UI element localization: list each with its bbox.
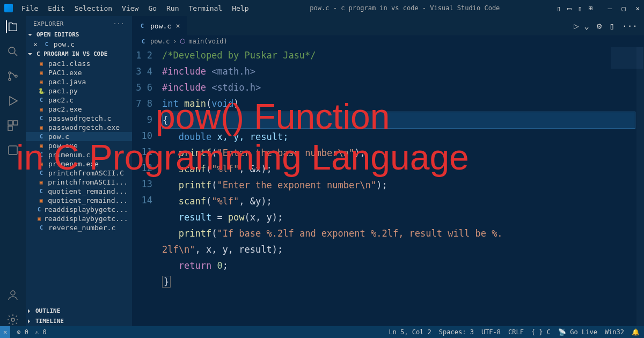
c-file-icon: C [38, 133, 45, 141]
source-control-icon[interactable] [6, 70, 19, 83]
close-tab-icon[interactable]: × [175, 21, 180, 30]
svg-rect-7 [9, 146, 17, 155]
file-item[interactable]: Cpow.c [26, 132, 132, 141]
file-item[interactable]: Cpasswodrgetch.c [26, 114, 132, 123]
file-item[interactable]: ▣pac1.class [26, 59, 132, 68]
notifications-icon[interactable]: 🔔 [632, 328, 640, 336]
svg-point-0 [9, 47, 15, 54]
run-icon[interactable]: ▷ ⌄ [574, 21, 589, 31]
remote-indicator[interactable]: ✕ [0, 326, 10, 338]
timeline-section[interactable]: TIMELINE [26, 316, 132, 326]
menu-selection[interactable]: Selection [70, 4, 116, 12]
file-item[interactable]: ▣pow.exe [26, 141, 132, 150]
warning-count[interactable]: ⚠ 0 [35, 328, 47, 336]
search-icon[interactable] [6, 45, 19, 58]
svg-point-9 [11, 318, 14, 321]
explorer-more-icon[interactable]: ··· [113, 20, 125, 27]
breadcrumb-file[interactable]: pow.c [150, 38, 170, 45]
file-label: pac2.c [48, 96, 74, 104]
open-editor-item[interactable]: × C pow.c [26, 40, 132, 49]
menu-terminal[interactable]: Terminal [185, 4, 227, 12]
svg-rect-6 [8, 126, 12, 130]
tab-more-icon[interactable]: ··· [622, 21, 638, 31]
c-file-icon: C [38, 115, 45, 122]
customize-layout-icon[interactable]: ⊞ [589, 4, 593, 12]
file-item[interactable]: Creverse_number.c [26, 223, 132, 232]
panel-bottom-icon[interactable]: ▭ [567, 4, 572, 12]
file-item[interactable]: Cprimenum.c [26, 150, 132, 159]
file-item[interactable]: Creaddisplaybygetc... [26, 205, 132, 214]
panel-right-icon[interactable]: ▯ [578, 4, 582, 12]
scrollbar-track[interactable] [636, 47, 644, 326]
file-item[interactable]: ▣quotient_remaind... [26, 196, 132, 205]
file-item[interactable]: CprintchfromASCII.C [26, 168, 132, 178]
c-file-icon: C [38, 151, 45, 159]
c-file-icon: C [38, 188, 45, 195]
file-label: reverse_number.c [48, 224, 115, 232]
split-editor-icon[interactable]: ▯ [609, 21, 614, 31]
run-debug-icon[interactable] [6, 94, 19, 107]
settings-gear-icon[interactable] [6, 313, 19, 326]
file-label: PAC1.exe [48, 69, 82, 77]
status-bar: ✕ ⊗ 0 ⚠ 0 Ln 5, Col 2 Spaces: 3 UTF-8 CR… [0, 326, 644, 338]
file-label: quotient_remaind... [48, 196, 128, 204]
menu-edit[interactable]: Edit [43, 4, 69, 12]
outline-section[interactable]: OUTLINE [26, 306, 132, 316]
layout-icon[interactable]: ▯ [557, 4, 561, 12]
title-bar: File Edit Selection View Go Run Terminal… [0, 0, 644, 16]
file-label: pow.exe [48, 142, 78, 150]
symbol-icon: ⬡ [180, 38, 185, 45]
file-item[interactable]: ▣primenum.exe [26, 159, 132, 168]
platform[interactable]: Win32 [605, 328, 624, 336]
language-mode[interactable]: { } C [531, 328, 551, 336]
tab-pow-c[interactable]: C pow.c × [132, 16, 187, 35]
menu-help[interactable]: Help [228, 4, 253, 12]
menu-view[interactable]: View [118, 4, 143, 12]
extensions-icon[interactable] [6, 119, 19, 132]
file-item[interactable]: 🐍pac1.py [26, 86, 132, 95]
explorer-icon[interactable] [6, 20, 19, 33]
menu-file[interactable]: File [17, 4, 42, 12]
indent-spaces[interactable]: Spaces: 3 [439, 328, 474, 336]
open-editors-section[interactable]: OPEN EDITORS [26, 30, 132, 40]
cursor-position[interactable]: Ln 5, Col 2 [389, 328, 431, 336]
workspace-section[interactable]: C PROGRAM IN VS CODE [26, 49, 132, 59]
file-label: pac2.exe [48, 105, 82, 113]
vscode-logo-icon [4, 4, 13, 12]
breadcrumb[interactable]: C pow.c › ⬡ main(void) [132, 35, 644, 47]
account-icon[interactable] [6, 289, 19, 302]
file-item[interactable]: ▣pac1.java [26, 77, 132, 86]
code-content[interactable]: /*Developed by Puskar Jasu*/ #include <m… [162, 47, 644, 326]
menu-go[interactable]: Go [144, 4, 161, 12]
split-settings-icon[interactable]: ⚙ [597, 21, 602, 31]
file-item[interactable]: Cpac2.c [26, 95, 132, 105]
encoding[interactable]: UTF-8 [481, 328, 501, 336]
menu-run[interactable]: Run [162, 4, 183, 12]
error-count[interactable]: ⊗ 0 [17, 328, 28, 336]
exe-file-icon: ▣ [38, 160, 45, 168]
exe-file-icon: ▣ [38, 106, 45, 113]
code-editor[interactable]: 1 2 3 4 5 6 7 8 9 10 11 12 13 14 /*Devel… [132, 47, 644, 326]
file-item[interactable]: Cquotient_remaind... [26, 187, 132, 196]
activity-bar [0, 16, 26, 326]
close-icon[interactable]: × [33, 40, 38, 48]
svg-rect-4 [8, 121, 12, 125]
breadcrumb-symbol[interactable]: main(void) [188, 38, 227, 45]
file-item[interactable]: ▣printchfromASCII... [26, 178, 132, 187]
close-window-icon[interactable]: ✕ [635, 4, 640, 12]
maximize-icon[interactable]: ▢ [621, 4, 626, 12]
c-file-icon: C [43, 41, 50, 48]
remote-icon[interactable] [6, 144, 19, 157]
file-item[interactable]: ▣readdisplaybygetc... [26, 214, 132, 223]
c-file-icon: C [38, 206, 41, 214]
file-item[interactable]: ▣pac2.exe [26, 105, 132, 114]
go-live[interactable]: 📡 Go Live [558, 328, 597, 336]
class-file-icon: ▣ [38, 60, 45, 68]
minimize-icon[interactable]: — [608, 4, 612, 12]
c-file-icon: C [38, 170, 45, 177]
file-item[interactable]: ▣passwodrgetch.exe [26, 123, 132, 132]
java-file-icon: ▣ [38, 78, 45, 86]
eol[interactable]: CRLF [508, 328, 524, 336]
file-item[interactable]: ▣PAC1.exe [26, 68, 132, 77]
svg-point-8 [11, 291, 15, 295]
